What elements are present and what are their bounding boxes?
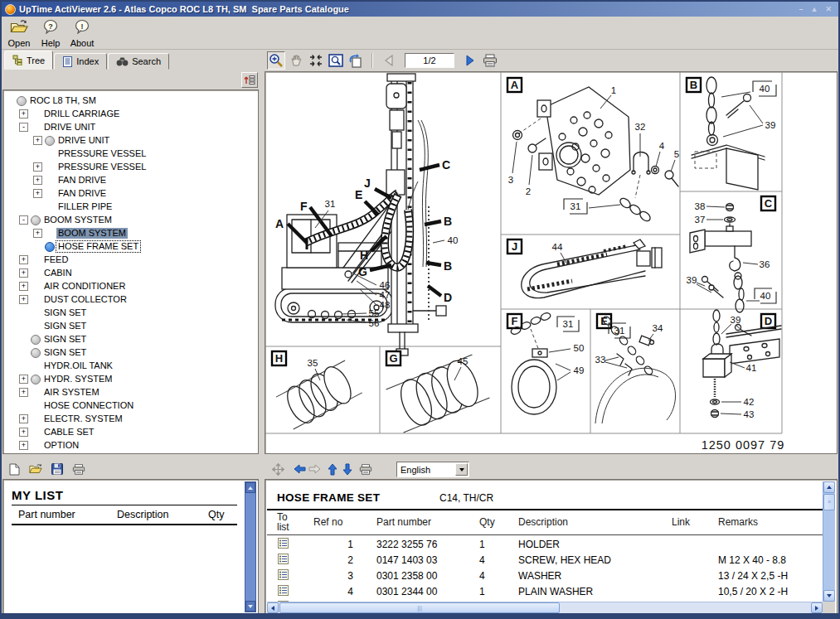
zoom-in-button[interactable] [267, 51, 285, 70]
add-to-list-button[interactable] [267, 569, 305, 583]
tab-index[interactable]: Index [54, 53, 107, 70]
tree-item-label[interactable]: FILLER PIPE [56, 201, 114, 212]
tree-expander-icon[interactable]: - [19, 215, 28, 225]
tree-item[interactable]: +FEED [3, 253, 258, 266]
tree-expander-icon[interactable]: + [19, 295, 28, 304]
callout-letter-e[interactable]: E [355, 188, 362, 201]
callout-38[interactable]: 38 [695, 201, 706, 211]
tree-item-label[interactable]: BOOM SYSTEM [42, 215, 114, 225]
tree-item[interactable]: +PRESSURE VESSEL [3, 160, 258, 173]
scroll-up-button[interactable] [823, 481, 835, 493]
title-bar[interactable]: UpTime ActiViewer 2.6 - Atlas Copco ROC … [2, 2, 838, 17]
parts-horizontal-scrollbar[interactable]: ||| [267, 602, 823, 613]
callout-37[interactable]: 37 [695, 215, 706, 225]
tree-item-label[interactable]: HOSE FRAME SET [56, 241, 140, 252]
tree-item[interactable]: +OPTION [3, 438, 258, 452]
tree-item-label[interactable]: HYDR.OIL TANK [42, 360, 114, 371]
callout-letter-b-upper[interactable]: B [444, 215, 452, 228]
tree-item-label[interactable]: DRILL CARRIAGE [42, 109, 121, 119]
callout-36[interactable]: 36 [760, 259, 770, 269]
callout-34[interactable]: 34 [653, 323, 663, 333]
tree-item-label[interactable]: CABIN [42, 268, 74, 278]
maximize-button[interactable]: ▲ [811, 5, 818, 13]
help-button[interactable]: ? Help [35, 18, 66, 48]
about-button[interactable]: ! About [66, 18, 98, 48]
tree-item[interactable]: FILLER PIPE [3, 200, 258, 213]
print-list-button[interactable] [71, 462, 86, 476]
callout-39-b[interactable]: 39 [765, 120, 776, 130]
tree-item-label[interactable]: SIGN SET [42, 334, 88, 345]
add-to-list-icon[interactable] [278, 569, 289, 580]
callout-letter-a[interactable]: A [275, 217, 284, 230]
tree-item[interactable]: +AIR CONDITIONER [3, 279, 258, 293]
tree-item-label[interactable]: PRESSURE VESSEL [56, 148, 148, 159]
tree-expander-icon[interactable]: + [19, 414, 28, 423]
add-to-list-icon[interactable] [278, 554, 289, 564]
go-forward-button[interactable] [307, 462, 322, 476]
callout-3[interactable]: 3 [508, 175, 513, 185]
callout-letter-j[interactable]: J [364, 177, 371, 190]
callout-4[interactable]: 4 [659, 141, 665, 151]
tree-item[interactable]: SIGN SET [3, 332, 258, 346]
callout-50[interactable]: 50 [574, 343, 585, 353]
go-back-button[interactable] [292, 462, 307, 476]
tree-item-label[interactable]: FAN DRIVE [56, 188, 108, 199]
tree-expander-icon[interactable]: + [19, 255, 28, 264]
callout-letter-c[interactable]: C [442, 158, 450, 172]
callout-32[interactable]: 32 [635, 122, 646, 132]
callout-31-main[interactable]: 31 [325, 199, 336, 209]
tree-item-label[interactable]: FEED [42, 254, 70, 265]
callout-56[interactable]: 56 [369, 318, 380, 328]
tab-tree[interactable]: Tree [4, 51, 53, 70]
callout-40-c[interactable]: 40 [760, 291, 771, 301]
tree-item-label[interactable]: ELECTR. SYSTEM [42, 413, 124, 424]
callout-letter-d[interactable]: D [444, 291, 452, 304]
callout-55[interactable]: 55 [369, 308, 380, 318]
add-to-list-icon[interactable] [278, 538, 289, 549]
tree-item-label[interactable]: HOSE CONNECTION [42, 400, 135, 411]
callout-31-a[interactable]: 31 [571, 201, 581, 211]
tree-item[interactable]: SIGN SET [3, 306, 258, 319]
go-down-button[interactable] [340, 462, 355, 476]
tree-item[interactable]: -DRIVE UNIT [3, 120, 258, 133]
hscrollbar-thumb[interactable]: ||| [279, 602, 560, 613]
tree-item-label[interactable]: SIGN SET [42, 347, 88, 358]
callout-39-c[interactable]: 39 [687, 275, 697, 285]
add-to-list-icon[interactable] [278, 585, 289, 596]
tree-expander-icon[interactable]: + [19, 268, 28, 278]
tree-item[interactable]: +FAN DRIVE [3, 173, 258, 186]
rotate-page-button[interactable] [347, 51, 365, 70]
callout-41[interactable]: 41 [746, 363, 757, 373]
tree-expander-icon[interactable]: + [33, 176, 42, 185]
callout-5[interactable]: 5 [674, 149, 679, 159]
pan-view-button[interactable] [270, 462, 285, 476]
open-list-button[interactable] [28, 462, 43, 476]
tree-expander-icon[interactable]: + [33, 189, 42, 198]
tree-item[interactable]: HOSE FRAME SET [3, 239, 258, 253]
new-list-button[interactable] [7, 462, 22, 476]
callout-31-f[interactable]: 31 [563, 319, 574, 329]
tree-item[interactable]: +ELECTR. SYSTEM [3, 412, 258, 425]
tree-expander-icon[interactable]: + [19, 428, 28, 437]
tree-item-label[interactable]: DUST COLLECTOR [42, 294, 129, 305]
tree-item-label[interactable]: OPTION [42, 440, 80, 451]
tree-item-label[interactable]: DRIVE UNIT [42, 122, 97, 133]
tree-item[interactable]: +CABLE SET [3, 425, 258, 438]
tree-item-label[interactable]: DRIVE UNIT [56, 135, 111, 146]
dropdown-arrow-icon[interactable] [455, 463, 468, 476]
print-page-button[interactable] [481, 51, 499, 70]
tree-item-label[interactable]: BOOM SYSTEM [56, 228, 128, 239]
scroll-down-button[interactable] [823, 590, 835, 602]
tree-item-label[interactable]: CABLE SET [42, 427, 96, 438]
add-to-list-button[interactable] [267, 585, 305, 598]
page-indicator[interactable]: 1/2 [405, 53, 454, 68]
tree-expander-icon[interactable]: + [19, 282, 28, 291]
tree-item[interactable]: HOSE CONNECTION [3, 399, 258, 412]
scroll-down-icon[interactable] [245, 601, 255, 612]
parts-diagram[interactable]: A F E J C B B D H [265, 72, 837, 453]
callout-letter-b-lower[interactable]: B [444, 259, 452, 273]
tree-item[interactable]: +BOOM SYSTEM [3, 226, 258, 239]
callout-45[interactable]: 45 [458, 356, 469, 366]
tree-item[interactable]: SIGN SET [3, 346, 258, 359]
tree-item[interactable]: SIGN SET [3, 319, 258, 332]
